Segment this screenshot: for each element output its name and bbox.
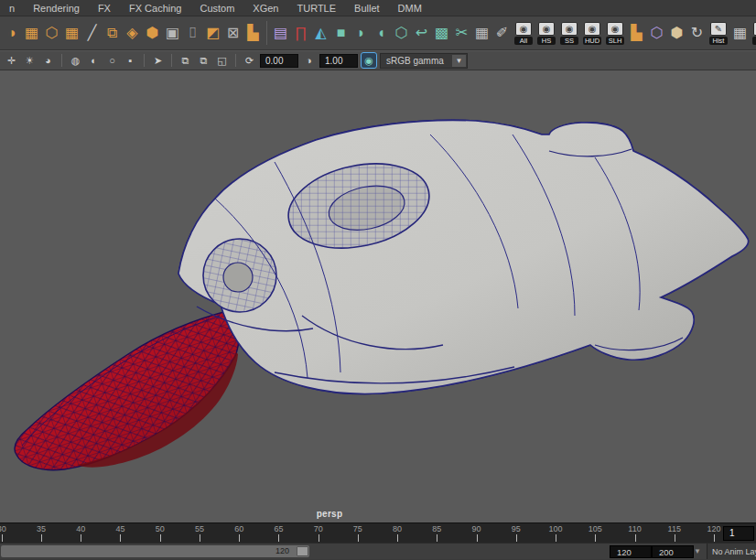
- current-frame-field[interactable]: 1: [723, 526, 754, 541]
- maya-logo-icon[interactable]: ◭: [311, 19, 330, 47]
- orbit-icon[interactable]: ↻: [687, 19, 707, 47]
- range-slider[interactable]: 120: [1, 545, 309, 557]
- delete-edge-icon[interactable]: ⊠: [223, 19, 243, 47]
- grid-panel-icon[interactable]: ▦: [472, 19, 491, 47]
- bridge-edges-icon[interactable]: ⌷: [183, 19, 202, 47]
- gamma-field[interactable]: 1.00: [319, 54, 358, 68]
- isolate-select-icon[interactable]: ⧉: [178, 53, 193, 69]
- poly-sphere-icon[interactable]: ◑: [2, 19, 21, 47]
- scissors-icon[interactable]: ✂: [452, 19, 471, 47]
- isolate-ss-button[interactable]: ◉SS: [558, 18, 580, 48]
- perspective-viewport[interactable]: persp: [0, 70, 756, 522]
- time-slider[interactable]: 1 30354045505560657075808590951001051101…: [0, 522, 756, 543]
- wireframe-cube-icon[interactable]: ⬡: [647, 19, 666, 47]
- xray-icon[interactable]: ◍: [68, 53, 83, 69]
- anim-layer-status[interactable]: No Anim Layer: [707, 544, 756, 559]
- color-management-button[interactable]: ◉: [361, 52, 377, 69]
- frame-tick-label: 80: [393, 524, 402, 533]
- menu-item[interactable]: FX: [89, 1, 120, 16]
- frame-tick-label: 60: [234, 524, 243, 533]
- target-weld-icon[interactable]: ▣: [163, 19, 182, 47]
- history-button[interactable]: ✎Hist: [707, 18, 729, 48]
- extrude-icon[interactable]: ⧉: [103, 19, 122, 47]
- menu-item[interactable]: n: [0, 1, 24, 16]
- textured-mode-icon[interactable]: ▪: [123, 53, 138, 69]
- frame-tick-mark: [2, 534, 3, 542]
- shaded-cube-icon[interactable]: ⬢: [667, 19, 686, 47]
- shelf-toolbar: ◑▦⬡▦╱⧉◈⬢▣⌷◩⊠▙▤∏◭■◗◖⬡↩▩✂▦✐◉All◉HS◉SS◉HUD◉…: [0, 16, 756, 50]
- isolate-hud-button[interactable]: ◉HUD: [581, 18, 603, 48]
- relax-brush-icon[interactable]: ◖: [372, 19, 391, 47]
- menu-item[interactable]: FX Caching: [120, 1, 190, 16]
- camera-icon: ◉: [561, 22, 578, 36]
- chevron-down-icon[interactable]: ▼: [452, 55, 466, 67]
- sculpt-brush-icon[interactable]: ■: [331, 19, 351, 47]
- camera-icon: ◉: [584, 22, 600, 36]
- poly-cube-icon[interactable]: ⬡: [42, 19, 61, 47]
- chevron-down-icon[interactable]: ▼: [694, 547, 701, 555]
- menu-item[interactable]: Bullet: [345, 1, 389, 16]
- isolate-hs-button[interactable]: ◉HS: [535, 18, 557, 48]
- menu-item[interactable]: Rendering: [24, 1, 89, 16]
- range-end-handle[interactable]: [297, 546, 308, 556]
- playback-end-field[interactable]: 120: [610, 545, 652, 558]
- frame-tick-label: 120: [707, 524, 720, 533]
- frame-tick-label: 30: [0, 524, 6, 533]
- shelf-button-label: SLH: [606, 37, 624, 45]
- pen-curve-icon[interactable]: ✐: [492, 19, 512, 47]
- shelf-separator: [266, 21, 267, 45]
- wireframe-mode-icon[interactable]: ○: [104, 53, 120, 69]
- layout-grid-icon[interactable]: ▦: [730, 19, 750, 47]
- isolate-all-button[interactable]: ◉All: [513, 18, 535, 48]
- mirror-icon[interactable]: ▙: [243, 19, 263, 47]
- bevel-cube-icon[interactable]: ⬢: [143, 19, 162, 47]
- clamp-tool-icon[interactable]: ∏: [291, 19, 310, 47]
- shaded-mode-icon[interactable]: ◐: [86, 53, 102, 69]
- knife-tool-icon[interactable]: ╱: [82, 19, 102, 47]
- animation-end-field[interactable]: 200: [652, 545, 694, 558]
- uv-editor-icon[interactable]: ▤: [271, 19, 290, 47]
- stamp-brush-icon[interactable]: ▩: [432, 19, 451, 47]
- smooth-brush-icon[interactable]: ◗: [351, 19, 371, 47]
- model-head[interactable]: [178, 120, 749, 393]
- shelf-button-label: HS: [537, 37, 556, 45]
- shelf-button-label: Hist: [709, 37, 728, 45]
- shading-sphere-icon[interactable]: ◕: [40, 53, 56, 69]
- camera-settings-icon[interactable]: ⧉: [196, 53, 211, 69]
- menu-item[interactable]: Custom: [190, 1, 243, 16]
- maya-window: nRenderingFXFX CachingCustomXGenTURTLEBu…: [0, 0, 756, 560]
- viewport-canvas[interactable]: [0, 70, 756, 522]
- menu-item[interactable]: XGen: [243, 1, 287, 16]
- menu-item[interactable]: TURTLE: [287, 1, 345, 16]
- select-tool-icon[interactable]: ➤: [150, 53, 166, 69]
- frame-tick-mark: [675, 534, 675, 542]
- contrast-icon[interactable]: ◑: [301, 53, 317, 69]
- panel-toolbar: ✛☀◕◍◐○▪➤⧉⧉◱⟳ 0.00 ◑ 1.00 ◉ sRGB gamma ▼: [0, 50, 756, 70]
- frame-tick-mark: [556, 534, 556, 542]
- view-transform-value: sRGB gamma: [386, 56, 444, 66]
- toolbar-separator: [235, 54, 236, 67]
- menu-item[interactable]: DMM: [389, 1, 431, 16]
- film-gate-icon[interactable]: ◱: [214, 53, 230, 69]
- view-transform-dropdown[interactable]: sRGB gamma ▼: [380, 53, 468, 69]
- model-tongue-selected[interactable]: [15, 310, 239, 470]
- ft-axis-button[interactable]: ⊹FT: [751, 18, 756, 48]
- poly-subdiv-icon[interactable]: ▦: [22, 19, 41, 47]
- sculpt-cube-icon[interactable]: ⬡: [392, 19, 411, 47]
- center-pivot-icon[interactable]: ✛: [4, 53, 19, 69]
- exposure-icon[interactable]: ⟳: [242, 53, 257, 69]
- frame-tick-label: 115: [668, 524, 681, 533]
- shelf-button-label: All: [514, 37, 533, 45]
- isolate-slh-button[interactable]: ◉SLH: [604, 18, 626, 48]
- snap-together-icon[interactable]: ▙: [627, 19, 646, 47]
- frame-tick-label: 70: [314, 524, 323, 533]
- poly-plane-icon[interactable]: ▦: [62, 19, 81, 47]
- grab-brush-icon[interactable]: ↩: [412, 19, 431, 47]
- menu-bar: nRenderingFXFX CachingCustomXGenTURTLEBu…: [0, 0, 756, 16]
- frame-tick-mark: [516, 534, 517, 542]
- quad-draw-icon[interactable]: ◩: [203, 19, 222, 47]
- exposure-field[interactable]: 0.00: [260, 54, 298, 68]
- lighting-icon[interactable]: ☀: [22, 53, 38, 69]
- multi-cut-icon[interactable]: ◈: [123, 19, 142, 47]
- frame-tick-mark: [120, 534, 121, 542]
